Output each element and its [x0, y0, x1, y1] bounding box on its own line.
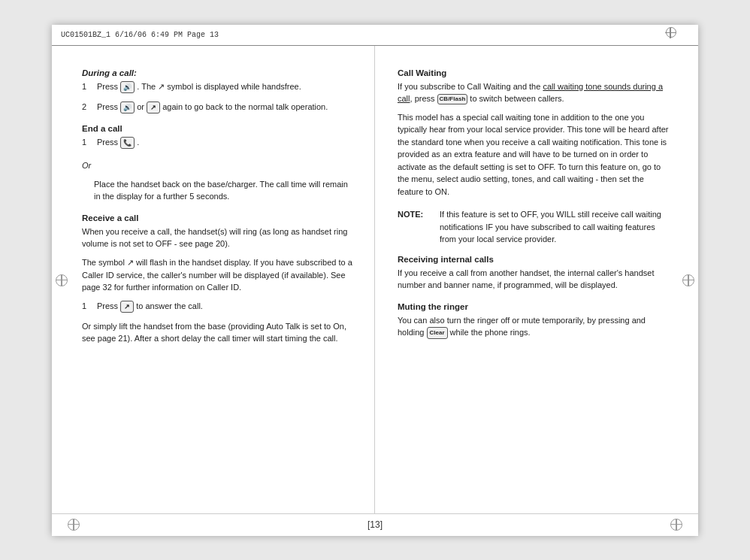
during-call-item-2: 2 Press 🔊 or ↗ again to go back to the n… — [82, 101, 356, 114]
call-waiting-text-1: If you subscribe to Call Waiting and the… — [398, 80, 671, 105]
item-number-ec1: 1 — [82, 136, 94, 149]
left-column: During a call: 1 Press 🔊 . The ↗ symbol … — [52, 46, 375, 513]
end-call-item-1: 1 Press 📞 . — [82, 136, 356, 149]
during-call-item-1: 1 Press 🔊 . The ↗ symbol is displayed wh… — [82, 80, 356, 93]
end-call-title: End a call — [82, 124, 356, 133]
clear-button[interactable]: Clear — [427, 327, 448, 339]
section-or: Or Place the handset back on the base/ch… — [82, 159, 356, 203]
reg-mark-bottom-left — [67, 518, 80, 531]
call-waiting-text-2: This model has a special call waiting to… — [398, 111, 671, 198]
reg-mark-left-mid — [55, 274, 68, 287]
content-area: During a call: 1 Press 🔊 . The ↗ symbol … — [52, 46, 698, 513]
section-end-call: End a call 1 Press 📞 . — [82, 124, 356, 149]
or-label: Or — [82, 159, 356, 172]
receive-call-text-1: When you receive a call, the handset(s) … — [82, 226, 356, 250]
page-header: UC01501BZ_1 6/16/06 6:49 PM Page 13 — [52, 25, 698, 46]
item-number-r1: 1 — [82, 300, 94, 313]
muting-text: You can also turn the ringer off or mute… — [398, 314, 671, 340]
handsfree-symbol: ↗ — [158, 80, 165, 93]
section-receive-call: Receive a call When you receive a call, … — [82, 213, 356, 345]
header-text: UC01501BZ_1 6/16/06 6:49 PM Page 13 — [61, 31, 689, 39]
page-footer: [13] — [52, 513, 698, 536]
arrow-symbol: ↗ — [127, 256, 134, 269]
receive-call-title: Receive a call — [82, 213, 356, 222]
right-column: Call Waiting If you subscribe to Call Wa… — [375, 46, 698, 513]
answer-button[interactable]: ↗ — [120, 301, 134, 313]
item-number-2: 2 — [82, 101, 94, 114]
talk-button[interactable]: ↗ — [147, 101, 160, 114]
call-waiting-title: Call Waiting — [398, 68, 671, 77]
document-page: UC01501BZ_1 6/16/06 6:49 PM Page 13 Duri… — [52, 25, 698, 536]
receive-call-text-2: The symbol ↗ will flash in the handset d… — [82, 256, 356, 294]
reg-mark-bottom-right — [670, 518, 683, 531]
end-call-text: Press 📞 . — [97, 136, 356, 149]
speaker-button-2[interactable]: 🔊 — [120, 101, 135, 114]
section-call-waiting: Call Waiting If you subscribe to Call Wa… — [398, 68, 671, 198]
note-label: NOTE: — [398, 208, 431, 246]
section-during-call: During a call: 1 Press 🔊 . The ↗ symbol … — [82, 68, 356, 114]
receiving-internal-text: If you receive a call from another hands… — [398, 267, 671, 292]
page-number: [13] — [367, 519, 383, 530]
or-text: Place the handset back on the base/charg… — [82, 178, 356, 203]
speaker-button-1[interactable]: 🔊 — [120, 81, 135, 93]
reg-mark-right-mid — [682, 274, 695, 287]
page-container: UC01501BZ_1 6/16/06 6:49 PM Page 13 Duri… — [0, 0, 750, 560]
section-receiving-internal: Receiving internal calls If you receive … — [398, 255, 671, 292]
item-2-text: Press 🔊 or ↗ again to go back to the nor… — [97, 101, 356, 114]
reg-circle-top-right — [666, 27, 676, 38]
note-block: NOTE: If this feature is set to OFF, you… — [398, 208, 671, 246]
receiving-internal-title: Receiving internal calls — [398, 255, 671, 264]
note-text: If this feature is set to OFF, you WILL … — [434, 208, 671, 246]
cb-flash-button[interactable]: CB/Flash — [437, 94, 468, 104]
muting-title: Muting the ringer — [398, 302, 671, 311]
item-1-text: Press 🔊 . The ↗ symbol is displayed whil… — [97, 80, 356, 93]
receive-item-text: Press ↗ to answer the call. — [97, 300, 356, 313]
receive-item-1: 1 Press ↗ to answer the call. — [82, 300, 356, 313]
section-muting: Muting the ringer You can also turn the … — [398, 302, 671, 340]
end-call-button[interactable]: 📞 — [120, 137, 135, 149]
item-number-1: 1 — [82, 80, 94, 93]
or-simply-text: Or simply lift the handset from the base… — [82, 320, 356, 345]
during-call-title: During a call: — [82, 68, 356, 77]
